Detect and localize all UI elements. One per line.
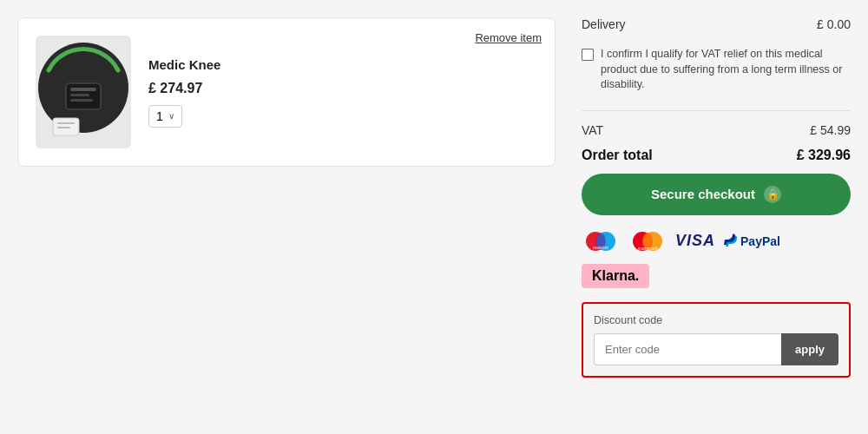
secure-checkout-button[interactable]: Secure checkout 🔒 (582, 174, 851, 215)
secure-checkout-label: Secure checkout (651, 187, 755, 201)
mastercard-icon: mastercard (628, 229, 667, 253)
quantity-value: 1 (156, 109, 163, 123)
klarna-badge: Klarna. (582, 264, 851, 288)
discount-section: Discount code apply (582, 302, 851, 378)
lock-icon: 🔒 (764, 186, 781, 203)
paypal-icon: PayPal (724, 233, 780, 249)
quantity-selector[interactable]: 1 ∨ (148, 105, 182, 128)
paypal-label: PayPal (740, 234, 780, 248)
order-total-row: Order total £ 329.96 (582, 148, 851, 163)
visa-icon: VISA (675, 232, 715, 250)
cart-item-card: Remove item (17, 17, 556, 167)
apply-discount-button[interactable]: apply (781, 333, 838, 365)
svg-rect-4 (70, 99, 93, 102)
vat-row: VAT £ 54.99 (582, 123, 851, 137)
svg-text:mastercard: mastercard (638, 247, 658, 251)
maestro-icon: maestro (582, 229, 620, 253)
remove-item-link[interactable]: Remove item (475, 31, 542, 44)
payment-icons-row: maestro mastercard VISA (582, 229, 851, 253)
chevron-down-icon: ∨ (168, 111, 174, 121)
vat-relief-row: I confirm I qualify for VAT relief on th… (582, 42, 851, 98)
vat-relief-text: I confirm I qualify for VAT relief on th… (601, 47, 851, 93)
vat-label: VAT (582, 123, 603, 137)
delivery-label: Delivery (582, 17, 626, 31)
svg-rect-3 (70, 94, 89, 96)
product-image (36, 36, 131, 148)
vat-value: £ 54.99 (810, 123, 851, 137)
vat-relief-checkbox[interactable] (582, 49, 594, 61)
product-details: Medic Knee £ 274.97 1 ∨ (148, 57, 220, 128)
page-container: Remove item (17, 17, 851, 378)
order-panel: Delivery £ 0.00 I confirm I qualify for … (582, 17, 851, 378)
svg-rect-6 (57, 122, 75, 124)
product-price: £ 274.97 (148, 81, 220, 96)
svg-rect-7 (57, 127, 70, 128)
svg-text:maestro: maestro (593, 245, 608, 250)
cart-panel: Remove item (17, 17, 556, 378)
delivery-row: Delivery £ 0.00 (582, 17, 851, 31)
divider-1 (582, 110, 851, 111)
order-total-value: £ 329.96 (797, 148, 851, 163)
svg-rect-2 (70, 88, 96, 91)
discount-code-input[interactable] (594, 333, 781, 365)
delivery-value: £ 0.00 (817, 17, 851, 31)
discount-input-row: apply (594, 333, 838, 365)
discount-label: Discount code (594, 314, 838, 326)
product-name: Medic Knee (148, 57, 220, 72)
order-total-label: Order total (582, 148, 653, 163)
